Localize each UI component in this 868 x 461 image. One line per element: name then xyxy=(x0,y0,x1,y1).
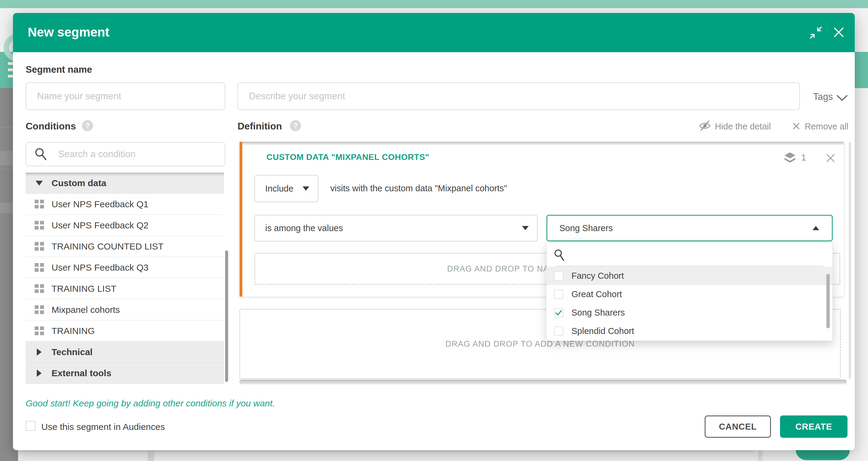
definition-vertical-scrollbar[interactable] xyxy=(849,142,851,379)
close-icon[interactable] xyxy=(832,25,846,40)
page-top-strip xyxy=(0,0,868,8)
list-top-shadow xyxy=(26,173,224,176)
triangle-down-icon xyxy=(34,181,44,185)
dropdown-scrollbar[interactable] xyxy=(827,274,830,328)
remove-all-button[interactable]: Remove all xyxy=(805,122,848,132)
condition-sentence: visits with the custom data "Mixpanel co… xyxy=(330,183,507,193)
remove-all-icon[interactable] xyxy=(792,122,801,132)
drag-handle-icon[interactable] xyxy=(34,200,44,208)
caret-up-icon xyxy=(812,226,819,230)
drag-handle-icon[interactable] xyxy=(34,242,44,251)
hide-detail-button[interactable]: Hide the detail xyxy=(715,122,771,132)
remove-condition-icon[interactable] xyxy=(825,153,836,165)
condition-item[interactable]: User NPS Feedback Q3 xyxy=(26,257,224,278)
include-select[interactable]: Include xyxy=(254,175,318,202)
cohort-option[interactable]: Splendid Cohort xyxy=(547,322,832,340)
audiences-label: Use this segment in Audiences xyxy=(41,422,165,432)
condition-group-technical[interactable]: Technical xyxy=(26,342,224,363)
triangle-right-icon xyxy=(34,370,44,377)
tags-dropdown-label[interactable]: Tags xyxy=(813,91,833,102)
condition-item[interactable]: TRAINING LIST xyxy=(26,278,224,299)
collapse-icon[interactable] xyxy=(809,26,823,40)
condition-group-external-tools[interactable]: External tools xyxy=(26,363,224,384)
cohort-option[interactable]: Fancy Cohort xyxy=(547,267,832,285)
checkbox-unchecked[interactable] xyxy=(554,271,563,281)
condition-item[interactable]: Mixpanel cohorts xyxy=(26,299,224,320)
condition-item[interactable]: TRAINING COUNTED LIST xyxy=(26,236,224,257)
hint-message: Good start! Keep going by adding other c… xyxy=(26,398,275,408)
triangle-right-icon xyxy=(34,348,44,356)
checkbox-checked[interactable] xyxy=(554,308,563,317)
segment-name-label: Segment name xyxy=(26,64,92,75)
drag-handle-icon[interactable] xyxy=(34,221,44,230)
create-button[interactable]: CREATE xyxy=(780,415,847,438)
condition-item[interactable]: User NPS Feedback Q1 xyxy=(26,194,224,215)
chevron-down-icon[interactable] xyxy=(836,94,848,103)
modal-title: New segment xyxy=(28,25,110,39)
eye-slash-icon[interactable] xyxy=(699,119,711,133)
definition-horizontal-scrollbar[interactable] xyxy=(239,379,847,384)
segment-description-input[interactable] xyxy=(238,82,800,110)
check-icon xyxy=(555,309,563,317)
stack-count-badge: 1 xyxy=(801,152,806,163)
drag-handle-icon[interactable] xyxy=(34,305,44,314)
cohort-option[interactable]: Song Sharers xyxy=(547,304,832,322)
condition-list: Custom data User NPS Feedback Q1 User NP… xyxy=(26,173,224,384)
layers-icon xyxy=(783,151,797,166)
search-icon xyxy=(554,249,566,263)
condition-card-title: CUSTOM DATA "MIXPANEL COHORTS" xyxy=(267,152,429,162)
panel-separator xyxy=(556,266,823,266)
screen: New segment Segment name Tags Conditions… xyxy=(0,0,868,461)
conditions-scrollbar[interactable] xyxy=(225,251,228,382)
audiences-checkbox[interactable] xyxy=(26,421,36,431)
cohort-search-input[interactable] xyxy=(569,246,781,263)
drag-handle-icon[interactable] xyxy=(34,326,44,335)
help-icon[interactable]: ? xyxy=(82,120,93,131)
definition-heading: Definition xyxy=(238,121,282,132)
help-icon[interactable]: ? xyxy=(290,120,301,131)
condition-item[interactable]: User NPS Feedback Q2 xyxy=(26,215,224,236)
drag-handle-icon[interactable] xyxy=(34,263,44,272)
cohort-options: Fancy Cohort Great Cohort Song Sharers S… xyxy=(547,267,832,340)
caret-down-icon xyxy=(303,186,309,191)
condition-search-input[interactable] xyxy=(58,145,221,163)
search-icon xyxy=(34,147,48,163)
checkbox-unchecked[interactable] xyxy=(554,290,563,299)
cohort-value-select[interactable]: Song Sharers xyxy=(547,215,833,241)
modal-header xyxy=(13,13,855,52)
caret-down-icon xyxy=(522,226,529,230)
operator-select[interactable]: is among the values xyxy=(254,215,538,241)
cohort-option[interactable]: Great Cohort xyxy=(547,285,832,304)
segment-name-input[interactable] xyxy=(26,82,225,110)
card-top-shadow xyxy=(242,142,844,145)
checkbox-unchecked[interactable] xyxy=(554,326,563,336)
condition-item[interactable]: TRAINING xyxy=(26,320,224,342)
drag-handle-icon[interactable] xyxy=(34,284,44,293)
conditions-heading: Conditions xyxy=(26,121,76,132)
cancel-button[interactable]: CANCEL xyxy=(705,415,771,438)
